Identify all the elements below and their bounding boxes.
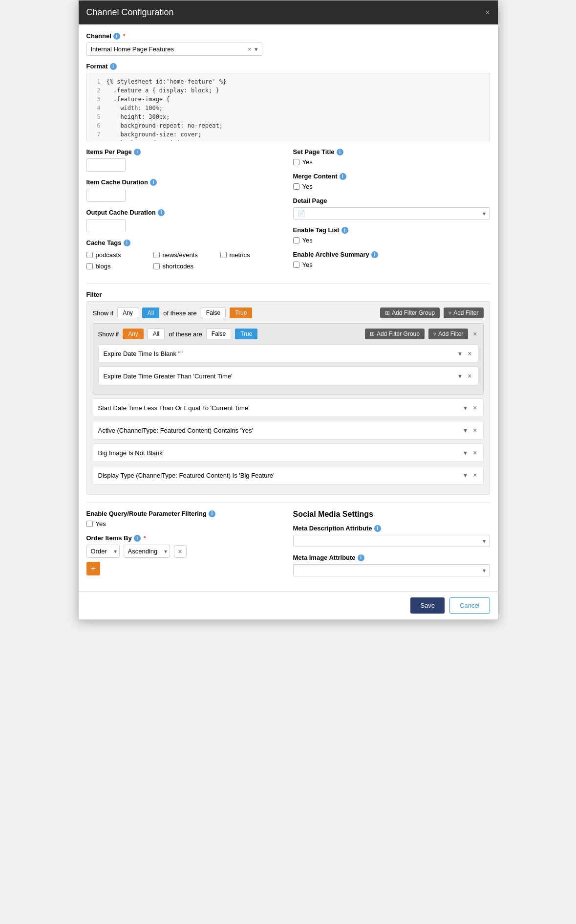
cache-tag-podcasts-checkbox[interactable]	[86, 252, 93, 258]
output-cache-label: Output Cache Duration i	[86, 209, 283, 216]
cache-tag-blogs-checkbox[interactable]	[86, 263, 93, 269]
direction-select[interactable]: Ascending	[124, 545, 170, 558]
cache-tag-shortcodes-label: shortcodes	[163, 263, 194, 270]
enable-archive-summary-info-icon[interactable]: i	[371, 251, 378, 258]
merge-content-checkbox[interactable]	[293, 183, 299, 190]
outer-filter-expand-3[interactable]: ▾	[463, 448, 468, 458]
cache-tag-metrics-checkbox[interactable]	[220, 252, 227, 258]
query-filter-info-icon[interactable]: i	[209, 510, 215, 517]
inner-filter-remove-1[interactable]: ×	[467, 349, 472, 358]
inner-add-filter-group-button[interactable]: ⊞ Add Filter Group	[365, 329, 425, 339]
inner-any-button[interactable]: Any	[123, 329, 144, 339]
enable-tag-list-section: Enable Tag List i Yes	[293, 226, 490, 244]
outer-all-button[interactable]: All	[142, 308, 159, 318]
inner-of-these-are-text: of these are	[169, 330, 202, 338]
order-clear-button[interactable]: ×	[174, 545, 187, 558]
format-info-icon[interactable]: i	[110, 63, 117, 70]
inner-all-button[interactable]: All	[148, 329, 165, 339]
query-filter-label: Enable Query/Route Parameter Filtering i	[86, 510, 283, 517]
outer-true-button[interactable]: True	[230, 308, 252, 318]
enable-archive-summary-checkbox[interactable]	[293, 262, 299, 268]
inner-filter-text-1: Expire Date Time Is Blank ""	[104, 350, 183, 357]
inner-add-filter-button[interactable]: ▿ Add Filter	[428, 329, 468, 339]
cache-tags-info-icon[interactable]: i	[124, 240, 130, 246]
close-icon[interactable]: ×	[485, 8, 490, 17]
cache-tag-podcasts: podcasts	[86, 251, 149, 259]
query-filter-checkbox[interactable]	[86, 521, 93, 527]
inner-filter-expand-1[interactable]: ▾	[457, 349, 463, 358]
meta-description-info-icon[interactable]: i	[374, 525, 381, 532]
social-media-title: Social Media Settings	[293, 510, 490, 519]
outer-filter-text-2: Active (ChannelType: Featured Content) C…	[98, 427, 253, 434]
inner-filter-remove-2[interactable]: ×	[467, 371, 472, 381]
order-select[interactable]: Order	[86, 545, 120, 558]
modal-header: Channel Configuration ×	[79, 0, 498, 24]
outer-filter-expand-1[interactable]: ▾	[463, 403, 468, 413]
meta-description-select[interactable]	[298, 537, 483, 545]
channel-clear-icon[interactable]: ×	[248, 45, 252, 53]
cache-tag-news-checkbox[interactable]	[153, 252, 160, 258]
enable-tag-list-info-icon[interactable]: i	[341, 227, 348, 234]
outer-filter-expand-4[interactable]: ▾	[463, 470, 468, 480]
outer-filter-remove-4[interactable]: ×	[472, 470, 478, 480]
channel-info-icon[interactable]: i	[113, 33, 120, 40]
inner-group-close-button[interactable]: ×	[472, 329, 478, 339]
bottom-section: Enable Query/Route Parameter Filtering i…	[86, 510, 490, 583]
format-code-area[interactable]: 1{% stylesheet id:'home-feature' %} 2 .f…	[86, 73, 490, 141]
output-cache-info-icon[interactable]: i	[158, 209, 165, 216]
outer-add-filter-group-button[interactable]: ⊞ Add Filter Group	[380, 308, 440, 318]
outer-filter-remove-1[interactable]: ×	[472, 403, 478, 413]
enable-tag-list-checkbox[interactable]	[293, 237, 299, 243]
cache-tag-shortcodes: shortcodes	[153, 263, 216, 270]
inner-true-button[interactable]: True	[235, 329, 257, 339]
outer-any-button[interactable]: Any	[117, 308, 138, 318]
meta-image-select[interactable]	[298, 567, 483, 574]
set-page-title-checkbox[interactable]	[293, 159, 299, 165]
enable-tag-list-yes: Yes	[302, 237, 313, 244]
meta-description-select-wrapper[interactable]: ▾	[293, 535, 490, 547]
output-cache-input[interactable]: 10	[86, 219, 126, 232]
cache-tag-news: news/events	[153, 251, 216, 259]
channel-dropdown-icon[interactable]: ▾	[255, 45, 258, 53]
order-items-section: Order Items By i * Order ▾	[86, 534, 283, 575]
set-page-title-row: Yes	[293, 158, 490, 166]
channel-select-wrapper[interactable]: Internal Home Page Features × ▾	[86, 43, 262, 56]
items-per-page-info-icon[interactable]: i	[134, 149, 141, 155]
enable-archive-summary-yes: Yes	[302, 261, 313, 268]
inner-false-button[interactable]: False	[206, 329, 231, 339]
item-cache-input[interactable]: 5	[86, 189, 126, 202]
order-row: Order ▾ Ascending ▾ ×	[86, 545, 283, 558]
outer-filter-row-1: Start Date Time Less Than Or Equal To 'C…	[93, 398, 484, 417]
cache-tag-blogs: blogs	[86, 263, 149, 270]
detail-page-select[interactable]	[308, 210, 480, 217]
outer-false-button[interactable]: False	[201, 308, 226, 318]
merge-content-label: Merge Content i	[293, 173, 490, 180]
outer-filter-row-4: Display Type (ChannelType: Featured Cont…	[93, 466, 484, 484]
outer-show-if-row: Show if Any All of these are False True …	[93, 308, 484, 318]
outer-filter-expand-2[interactable]: ▾	[463, 425, 468, 435]
set-page-title-info-icon[interactable]: i	[337, 149, 343, 155]
cancel-button[interactable]: Cancel	[449, 597, 490, 614]
meta-image-info-icon[interactable]: i	[358, 554, 364, 561]
inner-filter-row-1: Expire Date Time Is Blank "" ▾ ×	[98, 344, 478, 363]
meta-image-select-wrapper[interactable]: ▾	[293, 564, 490, 576]
outer-show-if-text: Show if	[93, 309, 114, 317]
order-items-info-icon[interactable]: i	[134, 535, 141, 542]
cache-tag-shortcodes-checkbox[interactable]	[153, 263, 160, 269]
item-cache-info-icon[interactable]: i	[150, 179, 157, 186]
order-add-row-button[interactable]: +	[86, 562, 100, 575]
modal-title: Channel Configuration	[86, 7, 174, 18]
outer-filter-remove-2[interactable]: ×	[472, 425, 478, 435]
inner-filter-expand-2[interactable]: ▾	[457, 371, 463, 381]
save-button[interactable]: Save	[410, 597, 445, 614]
detail-page-wrapper[interactable]: 📄 ▾	[293, 207, 490, 220]
outer-filter-row-3: Big Image Is Not Blank ▾ ×	[93, 443, 484, 462]
social-media-section: Social Media Settings Meta Description A…	[293, 510, 490, 576]
items-per-page-input[interactable]: 0	[86, 158, 126, 172]
outer-filter-remove-3[interactable]: ×	[472, 448, 478, 458]
outer-add-filter-button[interactable]: ▿ Add Filter	[444, 308, 483, 318]
merge-content-info-icon[interactable]: i	[340, 173, 346, 180]
meta-description-arrow-icon: ▾	[483, 538, 486, 545]
set-page-title-yes: Yes	[302, 158, 313, 166]
meta-image-section: Meta Image Attribute i ▾	[293, 554, 490, 576]
